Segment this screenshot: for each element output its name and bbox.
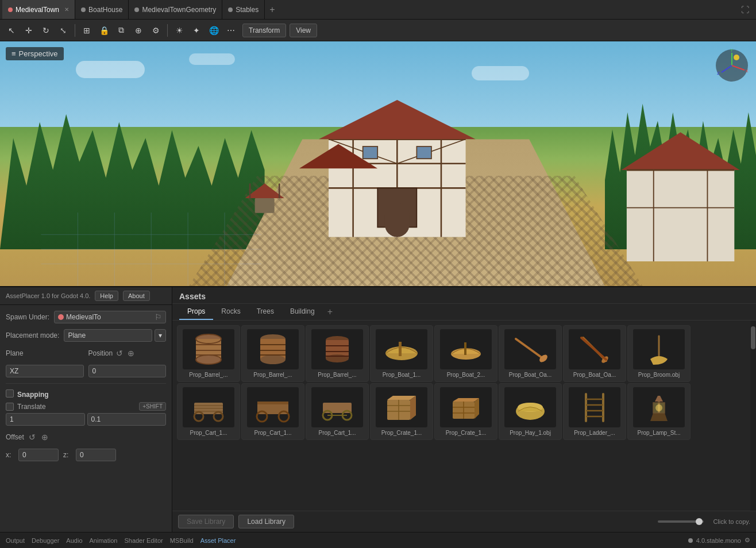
spawn-under-row: Spawn Under: MedievalTo ⚐ [6, 311, 166, 323]
asset-item-barrel2[interactable]: Prop_Barrel_... [241, 325, 304, 382]
tab-rocks[interactable]: Rocks [213, 304, 248, 320]
translate-value-1[interactable] [6, 413, 85, 426]
asset-item-cart3[interactable]: Prop_Cart_1... [306, 383, 369, 440]
asset-thumbnail [183, 387, 234, 427]
status-audio[interactable]: Audio [66, 537, 82, 544]
transform-button[interactable]: Transform [242, 24, 286, 37]
position-reset-button[interactable]: ↺ [115, 348, 124, 359]
save-library-button[interactable]: Save Library [178, 515, 234, 528]
tab-boathouse[interactable]: BoatHouse [75, 0, 129, 19]
status-animation[interactable]: Animation [90, 537, 118, 544]
help-button[interactable]: Help [95, 291, 118, 301]
rotate-tool-button[interactable]: ↻ [38, 22, 54, 38]
z-input[interactable] [76, 449, 116, 461]
svg-text:X: X [745, 68, 749, 74]
axis-select[interactable]: XZ XY YZ [6, 365, 84, 377]
node-selector[interactable]: MedievalTo ⚐ [54, 311, 166, 323]
viewport-scene: ≡ Perspective Y X Z [0, 41, 756, 286]
status-msbuild[interactable]: MSBuild [170, 537, 194, 544]
snap-button[interactable]: ⚙ [148, 22, 164, 38]
snapping-checkbox[interactable] [6, 389, 14, 398]
translate-value-2[interactable] [87, 413, 167, 426]
status-asset-placer[interactable]: Asset Placer [200, 537, 236, 544]
tab-stables[interactable]: Stables [222, 0, 265, 19]
status-output[interactable]: Output [6, 537, 25, 544]
sun-button[interactable]: ☀ [171, 22, 187, 38]
slider-track[interactable] [658, 520, 704, 523]
asset-item-crate2[interactable]: Prop_Crate_1... [434, 383, 497, 440]
grid-button[interactable]: ⊞ [79, 22, 95, 38]
translate-checkbox[interactable] [6, 403, 14, 411]
x-input[interactable] [18, 449, 59, 461]
placement-mode-dropdown[interactable]: ▾ [155, 329, 166, 342]
scrollbar-track[interactable] [750, 321, 756, 511]
right-panel: Assets Props Rocks Trees Building + [172, 287, 756, 532]
click-to-copy: Click to copy. [713, 518, 750, 525]
asset-item-boat1[interactable]: Prop_Boat_1... [370, 325, 433, 382]
tab-close-medievaltown[interactable]: ✕ [64, 6, 69, 13]
asset-thumbnail [504, 387, 556, 427]
load-library-button[interactable]: Load Library [238, 515, 294, 528]
asset-name: Prop_Broom.obj [638, 372, 680, 378]
tab-add-button[interactable]: + [265, 0, 279, 19]
viewport[interactable]: ≡ Perspective Y X Z [0, 41, 756, 286]
position-add-button[interactable]: ⊕ [126, 348, 136, 359]
position-input[interactable]: 0 [88, 365, 167, 377]
tab-trees[interactable]: Trees [249, 304, 282, 320]
maximize-button[interactable]: ⛶ [736, 5, 754, 14]
tab-add-category[interactable]: + [323, 304, 337, 319]
toolbar: ↖ ✛ ↻ ⤡ ⊞ 🔒 ⧉ ⊕ ⚙ ☀ ✦ 🌐 ⋯ Transform View [0, 20, 756, 41]
asset-thumbnail [376, 387, 427, 427]
asset-name: Prop_Boat_1... [383, 372, 421, 378]
tab-medievaltown[interactable]: MedievalTown ✕ [2, 0, 75, 19]
node-name: MedievalTo [66, 313, 101, 321]
offset-add-button[interactable]: ⊕ [40, 431, 49, 443]
scrollbar-thumb[interactable] [751, 326, 755, 349]
about-button[interactable]: About [123, 291, 150, 301]
asset-item-boat2[interactable]: Prop_Boat_2... [434, 325, 497, 382]
separator [75, 24, 75, 37]
globe-button[interactable]: 🌐 [206, 22, 222, 38]
slider-thumb[interactable] [696, 518, 703, 525]
select-tool-button[interactable]: ↖ [3, 22, 20, 38]
more-button[interactable]: ⋯ [223, 22, 239, 38]
asset-item-crate1[interactable]: Prop_Crate_1... [370, 383, 433, 440]
status-shader-editor[interactable]: Shader Editor [124, 537, 163, 544]
asset-thumbnail [440, 387, 492, 427]
offset-reset-button[interactable]: ↺ [28, 431, 37, 443]
status-bar: Output Debugger Audio Animation Shader E… [0, 532, 756, 548]
particles-button[interactable]: ✦ [188, 22, 205, 38]
tab-dot [81, 7, 86, 12]
node-dot [58, 314, 64, 320]
asset-item-barrel1[interactable]: Prop_Barrel_... [177, 325, 240, 382]
asset-item-cart2[interactable]: Prop_Cart_1... [241, 383, 304, 440]
group-button[interactable]: ⧉ [113, 22, 129, 38]
tab-medievaltowngeometry[interactable]: MedievalTownGeometry [129, 0, 222, 19]
asset-item-barrel3[interactable]: Prop_Barrel_... [306, 325, 369, 382]
status-right: 4.0.stable.mono ⚙ [688, 537, 750, 544]
assets-tabs: Props Rocks Trees Building + [172, 304, 756, 321]
status-debugger[interactable]: Debugger [32, 537, 59, 544]
svg-line-65 [516, 339, 545, 360]
mask-button[interactable]: ⊕ [130, 22, 146, 38]
asset-item-oar1[interactable]: Prop_Boat_Oa... [499, 325, 562, 382]
status-settings-icon[interactable]: ⚙ [745, 537, 750, 544]
grid-overlay [0, 213, 302, 286]
asset-item-hay[interactable]: Prop_Hay_1.obj [499, 383, 562, 440]
scale-tool-button[interactable]: ⤡ [55, 22, 71, 38]
asset-item-ladder[interactable]: Prop_Ladder_... [563, 383, 626, 440]
z-label: z: [63, 451, 71, 459]
svg-point-32 [734, 55, 739, 60]
asset-item-lamp[interactable]: Prop_Lamp_St... [627, 383, 691, 440]
svg-marker-107 [655, 396, 663, 402]
asset-item-broom[interactable]: Prop_Broom.obj [627, 325, 691, 382]
lock-button[interactable]: 🔒 [96, 22, 112, 38]
tab-building[interactable]: Building [282, 304, 323, 320]
view-button[interactable]: View [290, 24, 317, 37]
node-arrow-button[interactable]: ⚐ [155, 312, 162, 322]
tab-props[interactable]: Props [179, 304, 213, 320]
move-tool-button[interactable]: ✛ [21, 22, 37, 38]
snapping-values [6, 413, 166, 426]
asset-item-oar2[interactable]: Prop_Boat_Oa... [563, 325, 626, 382]
asset-item-cart1[interactable]: Prop_Cart_1... [177, 383, 240, 440]
